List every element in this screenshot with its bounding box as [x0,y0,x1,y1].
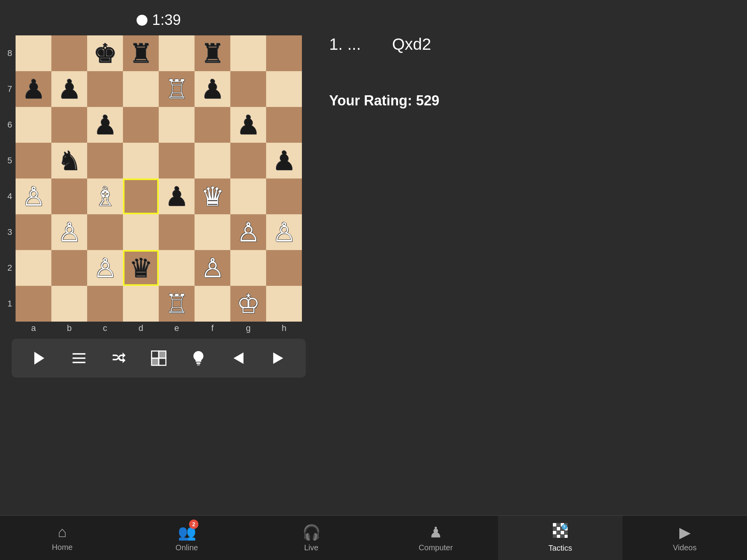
square-g6[interactable]: ♟ [230,107,266,143]
square-c3[interactable] [87,214,123,250]
square-b6[interactable] [51,107,87,143]
square-e2[interactable] [159,250,195,286]
square-f5[interactable] [195,143,230,178]
chess-board[interactable]: ♚♜♜♟♟♖♟♟♟♞♟♙♗♟♛♙♙♙♙♛♙♖♔ [16,35,302,322]
square-c2[interactable]: ♙ [87,250,123,286]
piece-b3: ♙ [58,219,81,245]
nav-item-live[interactable]: 🎧 Live [249,516,374,560]
square-f1[interactable] [195,286,230,322]
square-g2[interactable] [230,250,266,286]
square-e5[interactable] [159,143,195,178]
square-h5[interactable]: ♟ [266,143,302,178]
rank-8: 8 [5,35,15,71]
back-button[interactable] [223,345,254,372]
rank-3: 3 [5,214,15,250]
videos-icon: ▶ [679,524,691,541]
nav-item-home[interactable]: ⌂ Home [0,516,124,560]
svg-rect-6 [152,358,159,365]
nav-item-videos[interactable]: ▶ Videos [622,516,747,560]
square-f2[interactable]: ♙ [195,250,230,286]
svg-rect-5 [159,351,166,358]
square-h1[interactable] [266,286,302,322]
square-a6[interactable] [16,107,51,143]
square-d5[interactable] [123,143,159,178]
square-d8[interactable]: ♜ [123,35,159,71]
square-g8[interactable] [230,35,266,71]
square-e4[interactable]: ♟ [159,178,195,214]
analysis-button[interactable] [143,345,174,372]
piece-f4: ♛ [201,183,224,210]
square-d2[interactable]: ♛ [123,250,159,286]
square-b4[interactable] [51,178,87,214]
svg-rect-8 [196,362,201,364]
file-c: c [87,323,123,333]
square-a7[interactable]: ♟ [16,71,51,107]
square-c8[interactable]: ♚ [87,35,123,71]
square-d7[interactable] [123,71,159,107]
square-e8[interactable] [159,35,195,71]
piece-c6: ♟ [93,112,117,138]
square-c5[interactable] [87,143,123,178]
shuffle-button[interactable] [103,345,135,372]
list-button[interactable] [63,345,95,372]
square-b7[interactable]: ♟ [51,71,87,107]
square-a3[interactable] [16,214,51,250]
square-h2[interactable] [266,250,302,286]
square-f3[interactable] [195,214,230,250]
rank-6: 6 [5,107,15,143]
square-a5[interactable] [16,143,51,178]
square-b8[interactable] [51,35,87,71]
square-h4[interactable] [266,178,302,214]
piece-e1: ♖ [165,290,189,317]
square-e3[interactable] [159,214,195,250]
square-e1[interactable]: ♖ [159,286,195,322]
square-d4[interactable] [123,178,159,214]
square-g4[interactable] [230,178,266,214]
square-c6[interactable]: ♟ [87,107,123,143]
home-icon: ⌂ [58,524,67,541]
square-a2[interactable] [16,250,51,286]
square-h6[interactable] [266,107,302,143]
square-c7[interactable] [87,71,123,107]
square-e7[interactable]: ♖ [159,71,195,107]
square-f8[interactable]: ♜ [195,35,230,71]
square-b5[interactable]: ♞ [51,143,87,178]
rank-labels: 8 7 6 5 4 3 2 1 [5,35,15,322]
svg-rect-25 [557,535,560,538]
square-g7[interactable] [230,71,266,107]
svg-marker-0 [34,352,44,365]
square-f6[interactable] [195,107,230,143]
svg-rect-23 [565,531,568,534]
online-badge: 2 [189,520,198,529]
nav-label-live: Live [304,543,319,552]
square-g5[interactable] [230,143,266,178]
nav-item-online[interactable]: 👥 Online 2 [124,516,249,560]
hint-button[interactable] [183,345,214,372]
forward-button[interactable] [263,345,294,372]
svg-rect-26 [561,535,564,538]
square-g1[interactable]: ♔ [230,286,266,322]
square-b2[interactable] [51,250,87,286]
play-button[interactable] [24,345,55,372]
square-h3[interactable]: ♙ [266,214,302,250]
square-d6[interactable] [123,107,159,143]
square-b1[interactable] [51,286,87,322]
square-h7[interactable] [266,71,302,107]
file-d: d [123,323,159,333]
square-a4[interactable]: ♙ [16,178,51,214]
square-d1[interactable] [123,286,159,322]
square-f4[interactable]: ♛ [195,178,230,214]
square-d3[interactable] [123,214,159,250]
square-g3[interactable]: ♙ [230,214,266,250]
square-c1[interactable] [87,286,123,322]
square-c4[interactable]: ♗ [87,178,123,214]
square-f7[interactable]: ♟ [195,71,230,107]
square-a1[interactable] [16,286,51,322]
square-a8[interactable] [16,35,51,71]
square-b3[interactable]: ♙ [51,214,87,250]
square-e6[interactable] [159,107,195,143]
tactics-icon: ? [553,523,568,541]
nav-item-computer[interactable]: ♟ Computer [374,516,498,560]
square-h8[interactable] [266,35,302,71]
nav-item-tactics[interactable]: ? Tactics [498,516,622,560]
